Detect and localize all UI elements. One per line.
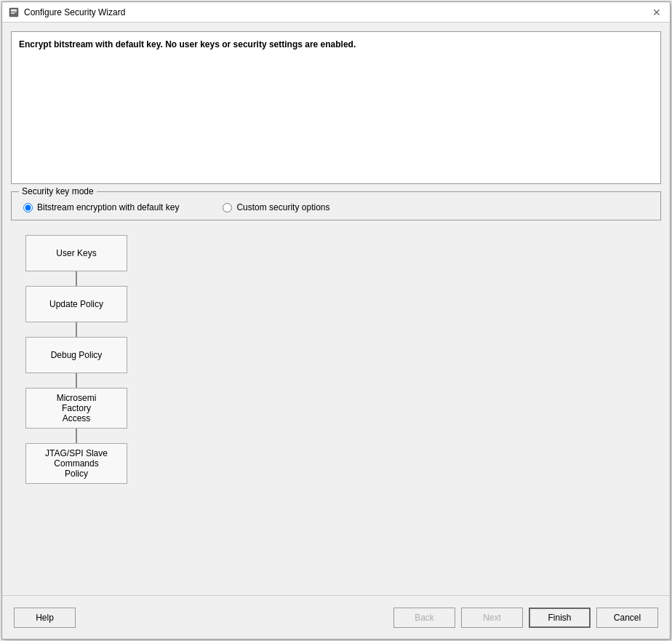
radio-group: Bitstream encryption with default key Cu… bbox=[23, 199, 649, 212]
radio-custom-security[interactable]: Custom security options bbox=[223, 202, 329, 212]
window-title: Configure Security Wizard bbox=[24, 7, 649, 17]
svg-rect-3 bbox=[11, 13, 15, 14]
radio-custom-security-label: Custom security options bbox=[236, 202, 329, 212]
flow-connector-4 bbox=[76, 429, 77, 443]
flow-column: User Keys Update Policy Debug Policy Mic… bbox=[11, 235, 142, 579]
svg-rect-2 bbox=[11, 12, 17, 12]
flow-box-jtag: JTAG/SPI Slave Commands Policy bbox=[25, 443, 127, 484]
radio-default-key-input[interactable] bbox=[23, 203, 33, 212]
flow-box-update-policy: Update Policy bbox=[25, 286, 127, 322]
footer-right: Back Next Finish Cancel bbox=[393, 608, 658, 628]
finish-button[interactable]: Finish bbox=[529, 608, 591, 628]
description-box: Encrypt bitstream with default key. No u… bbox=[11, 31, 661, 184]
radio-default-key-label: Bitstream encryption with default key bbox=[37, 202, 179, 212]
footer-left: Help bbox=[14, 608, 393, 628]
cancel-button[interactable]: Cancel bbox=[596, 608, 658, 628]
title-bar: Configure Security Wizard ✕ bbox=[2, 2, 670, 23]
flow-diagram: User Keys Update Policy Debug Policy Mic… bbox=[11, 228, 661, 586]
wizard-footer: Help Back Next Finish Cancel bbox=[2, 595, 670, 639]
security-key-mode-legend: Security key mode bbox=[19, 186, 97, 196]
flow-box-user-keys: User Keys bbox=[25, 235, 127, 271]
flow-connector-3 bbox=[76, 373, 77, 388]
wizard-window: Configure Security Wizard ✕ Encrypt bits… bbox=[1, 1, 671, 640]
flow-connector-2 bbox=[76, 322, 77, 337]
back-button[interactable]: Back bbox=[393, 608, 455, 628]
close-button[interactable]: ✕ bbox=[649, 5, 664, 20]
security-key-mode-group: Security key mode Bitstream encryption w… bbox=[11, 191, 661, 220]
help-button[interactable]: Help bbox=[14, 608, 76, 628]
radio-default-key[interactable]: Bitstream encryption with default key bbox=[23, 202, 179, 212]
wizard-content: Encrypt bitstream with default key. No u… bbox=[2, 23, 670, 595]
window-icon bbox=[8, 7, 20, 18]
flow-box-debug-policy: Debug Policy bbox=[25, 337, 127, 373]
radio-custom-security-input[interactable] bbox=[223, 203, 232, 212]
flow-connector-1 bbox=[76, 271, 77, 286]
next-button[interactable]: Next bbox=[461, 608, 523, 628]
description-text: Encrypt bitstream with default key. No u… bbox=[19, 39, 356, 49]
svg-rect-1 bbox=[11, 9, 17, 11]
flow-box-microsemi: Microsemi Factory Access bbox=[25, 388, 127, 429]
